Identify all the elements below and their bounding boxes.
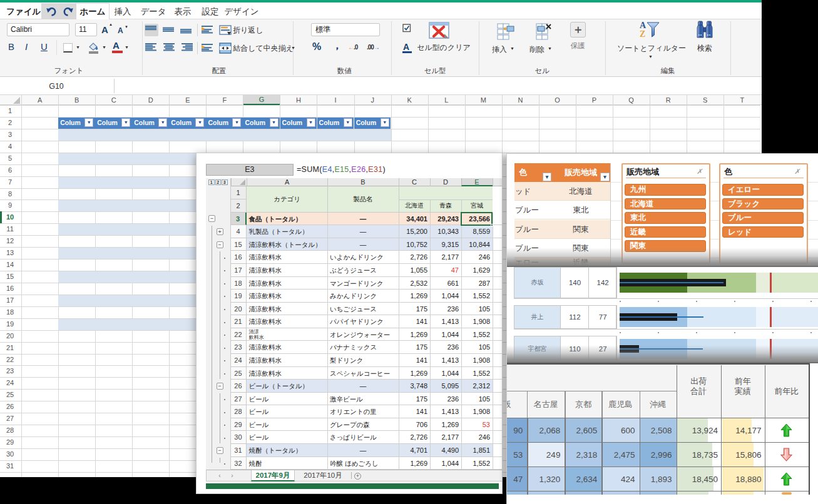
svg-text:Z: Z — [640, 29, 645, 39]
svg-text:A: A — [640, 21, 647, 30]
